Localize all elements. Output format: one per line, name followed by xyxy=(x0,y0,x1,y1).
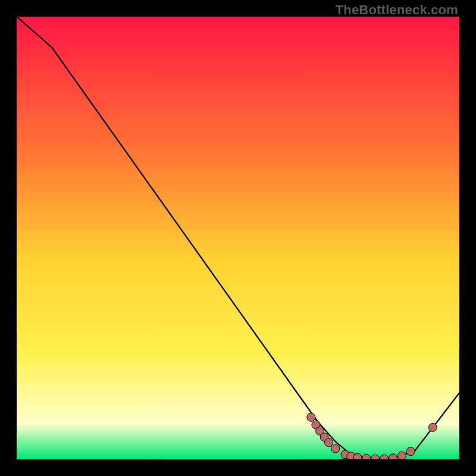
curve-marker xyxy=(406,447,415,456)
frame: TheBottleneck.com xyxy=(0,0,476,476)
curve-marker xyxy=(428,423,437,431)
curve-marker xyxy=(353,453,362,459)
curve-marker xyxy=(397,452,406,459)
chart-canvas xyxy=(17,17,459,459)
curve-marker xyxy=(325,439,333,447)
gradient-background xyxy=(17,17,459,459)
curve-marker xyxy=(331,444,340,453)
curve-marker xyxy=(389,454,397,459)
curve-marker xyxy=(307,413,315,421)
watermark-label: TheBottleneck.com xyxy=(336,2,458,18)
